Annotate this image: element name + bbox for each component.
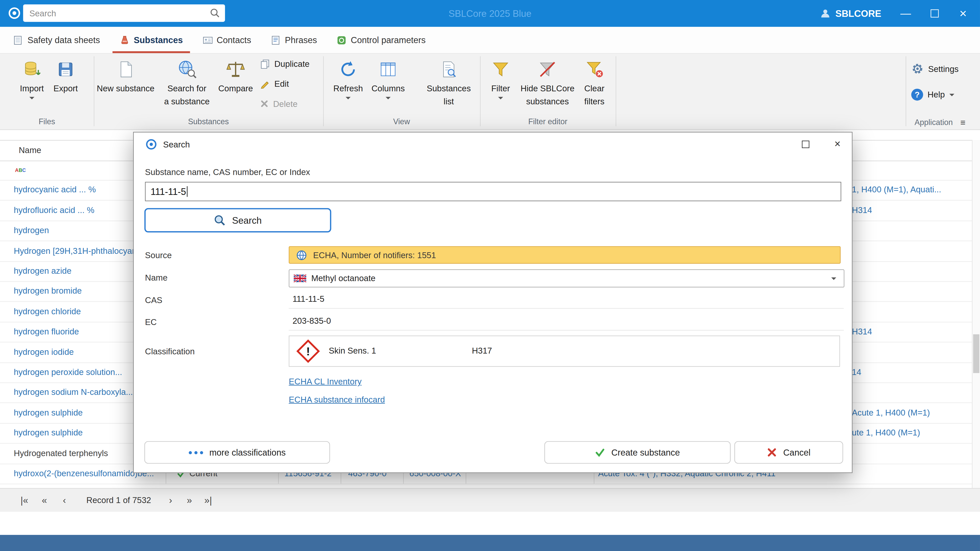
ribbon: Import Export Files New substance Search… <box>0 54 980 130</box>
pencil-icon <box>260 79 270 89</box>
substance-name-link[interactable]: hydrogen iodide <box>14 348 74 357</box>
create-substance-button[interactable]: Create substance <box>544 441 731 464</box>
echa-infocard-link[interactable]: ECHA substance infocard <box>289 395 385 404</box>
tab-safety-data-sheets[interactable]: Safety data sheets <box>6 27 107 53</box>
tab-substances[interactable]: Substances <box>113 27 190 53</box>
dialog-maximize-button[interactable] <box>798 137 813 152</box>
columns-button[interactable]: Columns <box>368 56 409 113</box>
dialog-search-button[interactable]: Search <box>145 208 331 233</box>
import-button[interactable]: Import <box>16 56 48 113</box>
hide-sblcore-substances-button[interactable]: Hide SBLCore substances <box>518 56 577 113</box>
gear-icon <box>912 62 924 75</box>
compare-button[interactable]: Compare <box>216 56 256 113</box>
fast-next-record-button[interactable]: » <box>181 492 197 508</box>
duplicate-button[interactable]: Duplicate <box>260 55 323 73</box>
close-button[interactable]: × <box>949 0 977 27</box>
account-area[interactable]: SBLCORE <box>820 0 881 27</box>
refresh-icon <box>339 57 358 81</box>
chevron-down-icon <box>346 97 351 99</box>
query-label: Substance name, CAS number, EC or Index <box>145 167 310 177</box>
substance-name-link[interactable]: hydrocyanic acid ... % <box>14 185 96 194</box>
export-button[interactable]: Export <box>50 56 81 113</box>
edit-button[interactable]: Edit <box>260 75 323 93</box>
search-dialog: Search × Substance name, CAS number, EC … <box>133 132 853 473</box>
search-query-input[interactable]: 111-11-5 <box>145 182 841 201</box>
cas-value-field[interactable]: 111-11-5 <box>289 291 844 309</box>
globe-search-icon <box>177 57 197 81</box>
substance-name-link[interactable]: hydrogen sulphide <box>14 428 83 437</box>
group-separator <box>323 56 323 126</box>
first-record-button[interactable]: |« <box>16 492 33 508</box>
minimize-button[interactable]: — <box>891 0 920 27</box>
tab-contacts[interactable]: Contacts <box>196 27 258 53</box>
list-search-icon <box>439 57 458 81</box>
global-search-box <box>23 4 225 22</box>
substance-name-link[interactable]: hydrogen peroxide solution... <box>14 367 122 377</box>
help-icon: ? <box>912 89 923 101</box>
module-tabbar: Safety data sheets Substances Contacts P… <box>0 27 980 54</box>
account-name: SBLCORE <box>835 8 881 19</box>
source-label: Source <box>145 251 172 260</box>
columns-icon <box>379 57 397 81</box>
record-navigator: |« « ‹ Record 1 of 7532 › » »| <box>0 488 980 512</box>
name-label: Name <box>145 273 167 283</box>
check-icon <box>595 448 605 457</box>
delete-button: Delete <box>260 95 323 113</box>
last-record-button[interactable]: »| <box>200 492 216 508</box>
new-substance-button[interactable]: New substance <box>95 56 156 113</box>
search-for-substance-button[interactable]: Search for a substance <box>158 56 216 113</box>
cas-label: CAS <box>145 295 162 305</box>
application-group-label[interactable]: Application ≡ <box>908 118 973 127</box>
global-search-input[interactable] <box>23 4 211 22</box>
search-icon[interactable] <box>210 7 221 19</box>
vertical-scrollbar[interactable] <box>972 140 980 488</box>
user-icon <box>820 8 830 19</box>
text-caret <box>187 186 188 197</box>
substance-name-link[interactable]: hydrogen azide <box>14 266 72 276</box>
fast-prev-record-button[interactable]: « <box>36 492 52 508</box>
dialog-titlebar[interactable]: Search <box>134 132 852 156</box>
new-substance-icon <box>116 57 135 81</box>
name-column-header[interactable]: Name <box>19 146 41 155</box>
next-record-button[interactable]: › <box>162 492 179 508</box>
svg-text:!: ! <box>306 345 310 358</box>
dialog-maximize-icon <box>802 141 809 148</box>
ec-value-field[interactable]: 203-835-0 <box>289 313 844 330</box>
substance-name-link[interactable]: hydrofluoric acid ... % <box>14 206 94 215</box>
tab-phrases[interactable]: Phrases <box>264 27 324 53</box>
substance-name-link[interactable]: Hydrogen [29H,31H-phthalocyani... <box>14 246 146 256</box>
tab-control-parameters[interactable]: Control parameters <box>329 27 433 53</box>
delete-icon <box>260 99 269 108</box>
substance-name-link[interactable]: Hydrogenated terphenyls <box>14 449 108 458</box>
substance-name-link[interactable]: hydrogen sodium N-carboxyla... <box>14 387 133 397</box>
help-button[interactable]: ? Help <box>912 89 954 101</box>
cancel-button[interactable]: Cancel <box>734 441 843 464</box>
name-dropdown[interactable]: Methyl octanoate <box>289 269 845 287</box>
maximize-button[interactable] <box>920 0 949 27</box>
refresh-button[interactable]: Refresh <box>329 56 368 113</box>
prev-record-button[interactable]: ‹ <box>56 492 72 508</box>
clear-filters-button[interactable]: Clear filters <box>576 56 613 113</box>
dialog-close-button[interactable]: × <box>830 137 845 152</box>
substance-name-link[interactable]: hydrogen <box>14 225 49 235</box>
substances-list-button[interactable]: Substances list <box>423 56 475 113</box>
filter-button[interactable]: Filter <box>484 56 517 113</box>
chevron-down-icon <box>29 97 35 99</box>
substance-name-link[interactable]: hydrogen sulphide <box>14 408 83 418</box>
chevron-down-icon <box>498 97 503 99</box>
settings-button[interactable]: Settings <box>912 62 959 75</box>
name-value: Methyl octanoate <box>311 274 375 283</box>
substance-name-link[interactable]: hydrogen fluoride <box>14 327 79 336</box>
app-window: SBLCore 2025 Blue SBLCORE — × Safety dat… <box>0 0 980 551</box>
substance-name-link[interactable]: hydrogen chloride <box>14 307 81 316</box>
record-counter: Record 1 of 7532 <box>75 492 162 508</box>
group-separator <box>480 56 480 126</box>
scrollbar-thumb[interactable] <box>973 334 979 373</box>
group-separator <box>905 56 906 126</box>
substance-name-link[interactable]: hydrogen bromide <box>14 286 82 295</box>
ec-label: EC <box>145 318 157 327</box>
source-value-field[interactable]: ECHA, Number of notifiers: 1551 <box>289 246 841 264</box>
echa-cl-inventory-link[interactable]: ECHA CL Inventory <box>289 377 362 386</box>
more-classifications-button[interactable]: more classifications <box>145 441 330 464</box>
view-group-label: View <box>323 118 480 126</box>
